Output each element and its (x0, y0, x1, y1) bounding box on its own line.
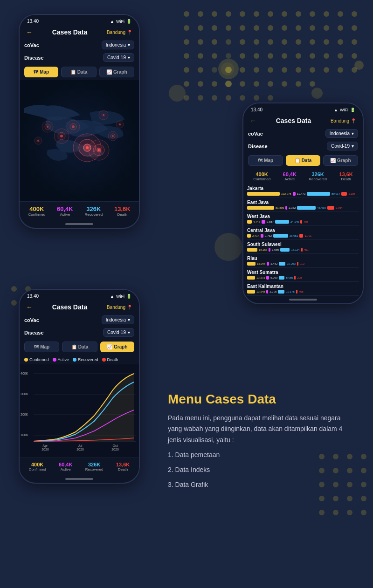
disease-dropdown-2[interactable]: Covid-19 ▾ (327, 142, 358, 150)
time-3: 13.40 (27, 294, 39, 299)
phone-map: 13.40 ▲ WiFi 🔋 ← Cases Data Bandung 📍 co… (19, 14, 140, 229)
nav-bar-3: ← Cases Data Bandung 📍 (20, 301, 139, 314)
time-2: 13.40 (251, 107, 262, 112)
back-button-1[interactable]: ← (26, 28, 33, 36)
svg-point-124 (60, 135, 63, 137)
tab-graph-3[interactable]: 📈 Graph (100, 342, 134, 352)
tab-map-1[interactable]: 🗺 Map (24, 67, 58, 77)
tab-bar-1: 🗺 Map 📋 Data 📈 Graph (20, 64, 139, 80)
location-badge-3: Bandung 📍 (107, 305, 132, 310)
recovered-stat-1: 326K Recovered (84, 205, 103, 217)
tab-data-1[interactable]: 📋 Data (61, 67, 96, 77)
recovered-stat-2: 326K Recovered (309, 171, 327, 181)
country-dropdown-3[interactable]: Indonesia ▾ (102, 315, 134, 324)
svg-point-142 (103, 114, 104, 116)
death-stat-1: 13,6K Death (114, 205, 131, 217)
region-item: West Sumatra 13.373 5.050 8.085 238 (247, 268, 359, 282)
confirmed-stat-2: 400K Confirmed (253, 171, 270, 181)
legend-recovered: Recovered (73, 357, 98, 362)
svg-point-130 (47, 126, 48, 128)
screen-title-1: Cases Data (52, 28, 88, 36)
stats-bar-3: 400K Confirmed 60,4K Active 326K Recover… (20, 458, 139, 475)
filter-disease-1: Disease Covid-19 ▾ (20, 51, 139, 64)
tab-graph-1[interactable]: 📈 Graph (99, 67, 134, 77)
active-dot (53, 358, 56, 362)
tab-data-2[interactable]: 📋 Data (286, 155, 320, 166)
region-item: South Sulawesi 18.155 1.580 16.124 451 (247, 240, 359, 254)
status-bar-2: 13.40 ▲ WiFi 🔋 (243, 103, 363, 114)
tab-bar-3: 🗺 Map 📋 Data 📈 Graph (20, 339, 139, 355)
time-1: 13.40 (27, 19, 39, 24)
filter-covac-1: coVac Indonesia ▾ (20, 39, 139, 51)
tab-map-2[interactable]: 🗺 Map (248, 155, 283, 166)
status-bar-1: 13.40 ▲ WiFi 🔋 (20, 15, 139, 26)
location-badge-1: Bandung 📍 (107, 30, 132, 35)
nav-bar-2: ← Cases Data Bandung 📍 (243, 114, 363, 127)
svg-text:2020: 2020 (76, 448, 84, 451)
status-icons-2: ▲ WiFi 🔋 (334, 108, 355, 112)
region-item: East Java 81.806 2.352 46.450 3.704 (247, 198, 359, 212)
svg-point-127 (72, 125, 75, 128)
tab-graph-2[interactable]: 📈 Graph (323, 155, 358, 166)
screen-title-3: Cases Data (52, 303, 88, 311)
svg-text:100K: 100K (21, 433, 28, 437)
confirmed-stat-3: 400K Confirmed (29, 462, 46, 472)
active-stat-3: 60,4K Active (59, 462, 72, 472)
region-item: Riau 13.998 3.482 10.203 313 (247, 254, 359, 268)
country-dropdown-2[interactable]: Indonesia ▾ (325, 129, 358, 138)
map-area (20, 80, 139, 201)
section-title: Menu Cases Data (168, 391, 350, 407)
svg-text:Oct: Oct (113, 444, 118, 447)
region-list: Jakarta 102.078 11.473 89.017 2.188 East… (243, 184, 363, 296)
stats-bar-1: 400K Confirmed 60,4K Active 326K Recover… (20, 201, 139, 220)
filter-disease-3: Disease Covid-19 ▾ (20, 326, 139, 339)
status-bar-3: 13.40 ▲ WiFi 🔋 (20, 290, 139, 301)
death-stat-2: 13,6K Death (339, 171, 352, 181)
svg-text:Jul: Jul (78, 444, 83, 447)
svg-point-136 (119, 123, 121, 125)
legend-death: Death (102, 357, 118, 362)
filter-covac-2: coVac Indonesia ▾ (243, 127, 363, 140)
filter-disease-2: Disease Covid-19 ▾ (243, 140, 363, 152)
screen-title-2: Cases Data (276, 117, 311, 124)
legend-active: Active (53, 357, 69, 362)
section-body: Pada menu ini, pengguna dapat melihat da… (168, 413, 350, 491)
data-stats-row: 400K Confirmed 60,4K Active 326K Recover… (243, 169, 363, 184)
recovered-stat-3: 326K Recovered (85, 462, 104, 472)
legend-confirmed: Confirmed (24, 357, 49, 362)
region-item: East Kalimantan 13.348 2.708 10.175 465 (247, 282, 359, 296)
active-stat-2: 60,4K Active (283, 171, 297, 181)
list-item-1: 1. Data pemetaan (168, 450, 350, 461)
tab-bar-2: 🗺 Map 📋 Data 📈 Graph (243, 152, 363, 169)
region-item: Jakarta 102.078 11.473 89.017 2.188 (247, 184, 359, 198)
disease-dropdown-3[interactable]: Covid-19 ▾ (103, 328, 134, 337)
svg-point-117 (86, 146, 89, 149)
location-badge-2: Bandung 📍 (331, 118, 356, 123)
region-item: Central Java 2.414 3.762 26.951 1.701 (247, 226, 359, 240)
svg-text:2020: 2020 (111, 448, 119, 451)
confirmed-stat-1: 400K Confirmed (28, 205, 45, 217)
svg-point-139 (37, 140, 39, 142)
tab-data-3[interactable]: 📋 Data (62, 342, 97, 352)
graph-legend: Confirmed Active Recovered Death (20, 355, 139, 364)
home-indicator-3 (65, 478, 93, 480)
country-dropdown-1[interactable]: Indonesia ▾ (102, 41, 134, 49)
svg-text:200K: 200K (21, 413, 28, 416)
home-indicator-1 (65, 223, 93, 225)
tab-map-3[interactable]: 🗺 Map (24, 342, 59, 352)
death-dot (102, 358, 106, 362)
region-item: West Java 4.745 9.887 24.140 708 (247, 212, 359, 226)
recovered-dot (73, 358, 76, 362)
confirmed-dot (24, 358, 28, 362)
home-indicator-2 (289, 299, 317, 301)
svg-point-133 (112, 135, 114, 137)
status-icons-3: ▲ WiFi 🔋 (110, 294, 131, 299)
list-item-2: 2. Data Indeks (168, 465, 350, 476)
status-icons-1: ▲ WiFi 🔋 (110, 19, 131, 24)
back-button-2[interactable]: ← (250, 117, 256, 124)
disease-dropdown-1[interactable]: Covid-19 ▾ (103, 53, 134, 62)
phone-data: 13.40 ▲ WiFi 🔋 ← Cases Data Bandung 📍 co… (242, 103, 364, 304)
filter-covac-3: coVac Indonesia ▾ (20, 314, 139, 326)
back-button-3[interactable]: ← (26, 303, 33, 311)
death-stat-3: 13,6K Death (116, 462, 130, 472)
